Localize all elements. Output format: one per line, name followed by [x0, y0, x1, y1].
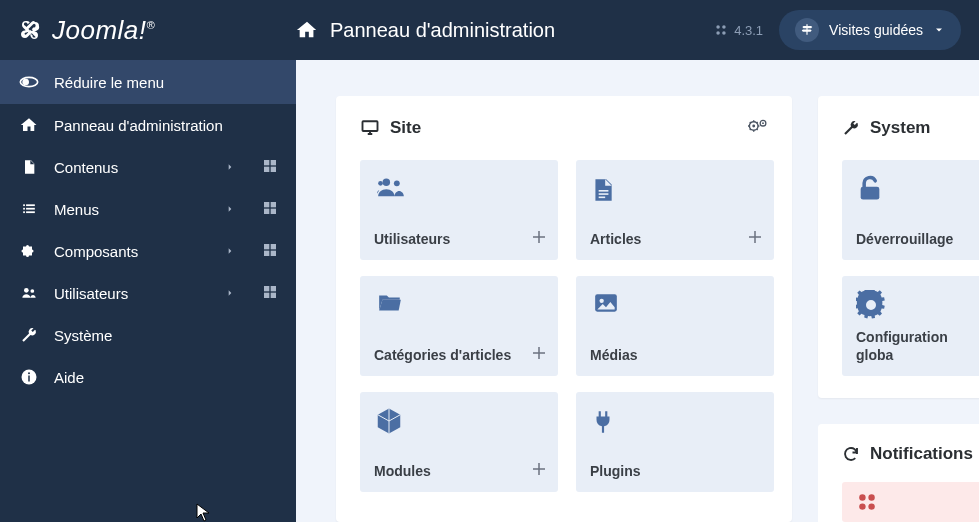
file-lines-icon: [590, 174, 616, 210]
folder-open-icon: [374, 290, 406, 320]
wrench-icon: [18, 326, 40, 344]
tile-label: Modules: [374, 462, 544, 480]
sidebar-item-dashboard[interactable]: Panneau d'administration: [0, 104, 296, 146]
version-indicator[interactable]: 4.3.1: [714, 23, 763, 38]
cog-icon: [856, 290, 886, 324]
sidebar-item-components[interactable]: Composants: [0, 230, 296, 272]
svg-point-35: [752, 125, 755, 128]
users-icon: [374, 174, 408, 206]
puzzle-icon: [18, 242, 40, 260]
sidebar-collapse-label: Réduire le menu: [54, 74, 278, 91]
guided-tours-label: Visites guidées: [829, 22, 923, 38]
tile-global-config[interactable]: Configuration globa: [842, 276, 979, 376]
right-column: System Déverrouillage Configuration glob…: [818, 96, 979, 522]
svg-point-2: [716, 31, 720, 35]
svg-rect-14: [23, 211, 25, 213]
svg-rect-23: [271, 250, 276, 255]
svg-point-39: [394, 180, 400, 186]
image-icon: [590, 290, 622, 320]
sync-icon: [842, 445, 860, 463]
sidebar-item-help[interactable]: Aide: [0, 356, 296, 398]
header-right: 4.3.1 Visites guidées: [714, 10, 979, 50]
cube-icon: [374, 406, 404, 440]
panel-settings-icon[interactable]: [748, 118, 768, 138]
svg-rect-10: [23, 204, 25, 206]
tile-modules[interactable]: Modules: [360, 392, 558, 492]
tile-label: Plugins: [590, 462, 760, 480]
file-icon: [18, 158, 40, 176]
header-title-area: Panneau d'administration: [296, 19, 714, 42]
svg-point-45: [600, 299, 604, 303]
svg-point-50: [868, 503, 874, 509]
grid-icon[interactable]: [262, 200, 278, 219]
svg-rect-20: [264, 244, 269, 249]
svg-rect-15: [26, 211, 35, 213]
svg-rect-12: [23, 208, 25, 210]
grid-icon[interactable]: [262, 284, 278, 303]
svg-rect-46: [861, 187, 880, 200]
joomla-logo-icon: [18, 18, 42, 42]
sidebar-item-label: Aide: [54, 369, 278, 386]
svg-rect-27: [271, 286, 276, 291]
svg-rect-42: [599, 193, 609, 195]
svg-rect-6: [264, 160, 269, 165]
add-icon[interactable]: [746, 228, 764, 250]
svg-rect-26: [264, 286, 269, 291]
svg-rect-16: [264, 202, 269, 207]
chevron-right-icon: [226, 243, 234, 260]
panel-notifications-header: Notifications: [842, 444, 979, 464]
svg-point-5: [22, 79, 29, 86]
add-icon[interactable]: [530, 460, 548, 482]
sidebar-item-users[interactable]: Utilisateurs: [0, 272, 296, 314]
system-tiles: Déverrouillage Configuration globa: [842, 160, 979, 376]
tile-label: Médias: [590, 346, 760, 364]
header: Joomla!® Panneau d'administration 4.3.1 …: [0, 0, 979, 60]
desktop-icon: [360, 119, 380, 137]
panel-notifications: Notifications: [818, 424, 979, 522]
notification-item-joomla[interactable]: [842, 482, 979, 522]
panel-system-header: System: [842, 118, 979, 138]
grid-icon[interactable]: [262, 242, 278, 261]
svg-rect-13: [26, 208, 35, 210]
tile-plugins[interactable]: Plugins: [576, 392, 774, 492]
tile-label: Déverrouillage: [856, 230, 978, 248]
svg-point-3: [722, 31, 726, 35]
tile-articles[interactable]: Articles: [576, 160, 774, 260]
grid-icon[interactable]: [262, 158, 278, 177]
wrench-icon: [842, 119, 860, 137]
sidebar-item-system[interactable]: Système: [0, 314, 296, 356]
sidebar-collapse-toggle[interactable]: Réduire le menu: [0, 60, 296, 104]
svg-point-0: [716, 25, 720, 29]
guided-tours-button[interactable]: Visites guidées: [779, 10, 961, 50]
sidebar-item-menus[interactable]: Menus: [0, 188, 296, 230]
add-icon[interactable]: [530, 228, 548, 250]
svg-rect-28: [264, 292, 269, 297]
sidebar-item-content[interactable]: Contenus: [0, 146, 296, 188]
panel-notifications-title: Notifications: [870, 444, 973, 464]
tile-users[interactable]: Utilisateurs: [360, 160, 558, 260]
unlock-icon: [856, 174, 884, 208]
svg-point-32: [28, 372, 30, 374]
svg-rect-18: [264, 208, 269, 213]
users-icon: [18, 285, 40, 301]
svg-point-47: [859, 494, 865, 500]
sidebar-item-label: Composants: [54, 243, 226, 260]
panel-site-header: Site: [360, 118, 768, 138]
add-icon[interactable]: [530, 344, 548, 366]
brand-name: Joomla!®: [52, 15, 155, 46]
brand-logo-area[interactable]: Joomla!®: [0, 15, 296, 46]
tile-label: Catégories d'articles: [374, 346, 544, 364]
chevron-right-icon: [226, 201, 234, 218]
tile-checkin[interactable]: Déverrouillage: [842, 160, 979, 260]
tile-categories[interactable]: Catégories d'articles: [360, 276, 558, 376]
page-title: Panneau d'administration: [330, 19, 555, 42]
tile-media[interactable]: Médias: [576, 276, 774, 376]
panel-system: System Déverrouillage Configuration glob…: [818, 96, 979, 398]
chevron-right-icon: [226, 159, 234, 176]
svg-rect-41: [599, 190, 609, 192]
svg-rect-22: [264, 250, 269, 255]
main-content: Site Utilisateurs Articles Catégories d'…: [296, 60, 979, 522]
tile-label: Articles: [590, 230, 760, 248]
list-icon: [18, 202, 40, 216]
svg-point-40: [378, 181, 383, 186]
